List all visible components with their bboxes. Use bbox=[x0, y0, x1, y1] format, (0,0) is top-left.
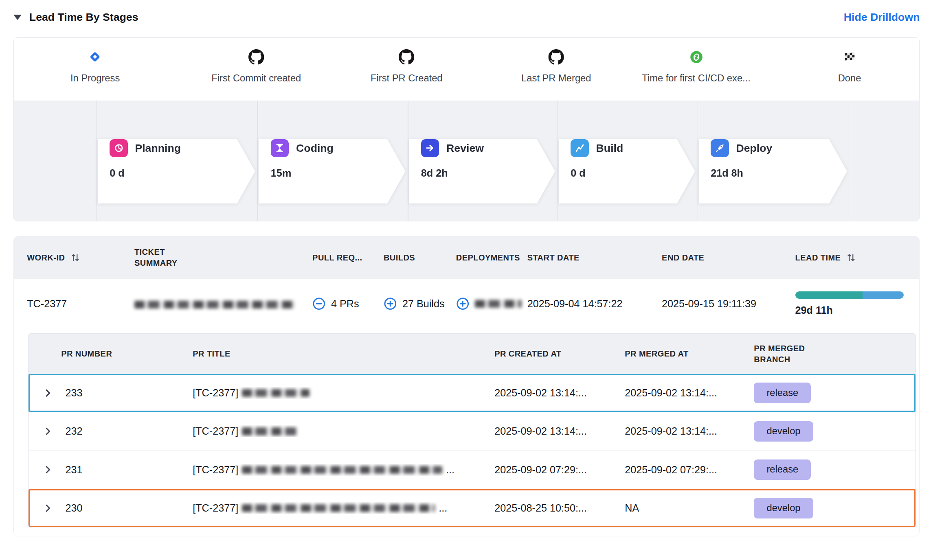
column-header-pull-requests: PULL REQ... bbox=[312, 253, 384, 262]
column-header-pr-created: PR CREATED AT bbox=[494, 349, 625, 359]
stage-planning: Planning 0 d bbox=[98, 127, 255, 192]
pr-merged-at: 2025-09-02 13:14:... bbox=[625, 425, 754, 437]
pr-title-prefix: [TC-2377] bbox=[193, 464, 238, 476]
milestone-divider bbox=[408, 101, 408, 221]
collapse-circle-minus-icon[interactable] bbox=[312, 297, 326, 311]
milestone-last-pr-merged: Last PR Merged bbox=[521, 49, 591, 84]
checkered-flag-icon bbox=[843, 49, 856, 66]
pr-merged-at: 2025-09-02 07:29:... bbox=[625, 464, 754, 476]
milestone-row: In Progress First Commit created First P… bbox=[14, 38, 920, 101]
branch-badge: develop bbox=[754, 498, 813, 518]
milestone-done: Done bbox=[838, 49, 861, 84]
stage-deploy: Deploy 21d 8h bbox=[699, 127, 847, 192]
branch-badge: release bbox=[754, 459, 811, 480]
stage-duration: 8d 2h bbox=[421, 167, 555, 179]
pr-title: [TC-2377] ... bbox=[193, 464, 494, 476]
stage-duration: 15m bbox=[271, 167, 405, 179]
builds-count: 27 Builds bbox=[402, 298, 445, 310]
builds-cell[interactable]: 27 Builds bbox=[384, 297, 456, 311]
build-icon bbox=[571, 139, 588, 157]
pr-row-230[interactable]: 230 [TC-2377] ... 2025-08-25 10:50:... N… bbox=[29, 489, 915, 527]
stage-name: Build bbox=[596, 142, 623, 155]
pr-branch-cell: release bbox=[754, 459, 915, 480]
sort-icon bbox=[846, 253, 856, 262]
column-header-ticket-summary: TICKET SUMMARY bbox=[134, 247, 312, 269]
milestone-first-pr: First PR Created bbox=[371, 49, 443, 84]
pr-title-prefix: [TC-2377] bbox=[193, 502, 238, 514]
pr-title-suffix: ... bbox=[446, 464, 454, 476]
pr-title-prefix: [TC-2377] bbox=[193, 425, 238, 437]
column-label: WORK-ID bbox=[27, 253, 65, 262]
deployments-count-redacted bbox=[475, 300, 522, 308]
expand-circle-plus-icon[interactable] bbox=[456, 297, 470, 311]
pull-requests-table: PR NUMBER PR TITLE PR CREATED AT PR MERG… bbox=[28, 333, 915, 527]
pr-created-at: 2025-09-02 07:29:... bbox=[494, 464, 625, 476]
pr-merged-at: 2025-09-02 13:14:... bbox=[625, 387, 754, 399]
page-title: Lead Time By Stages bbox=[29, 11, 138, 24]
deploy-icon bbox=[711, 139, 729, 157]
lead-time-drilldown-page: Lead Time By Stages Hide Drilldown In Pr… bbox=[0, 0, 933, 549]
column-header-start-date: START DATE bbox=[527, 253, 662, 262]
pr-title: [TC-2377] bbox=[193, 425, 494, 437]
column-header-work-id[interactable]: WORK-ID bbox=[27, 253, 134, 262]
column-label: LEAD TIME bbox=[795, 253, 841, 262]
branch-badge: release bbox=[754, 383, 811, 403]
expand-chevron-icon[interactable] bbox=[43, 503, 61, 513]
stage-build: Build 0 d bbox=[559, 127, 695, 192]
stage-name: Review bbox=[446, 142, 484, 155]
expand-chevron-icon[interactable] bbox=[43, 427, 61, 436]
milestone-divider bbox=[257, 101, 258, 221]
stage-duration: 21d 8h bbox=[711, 167, 847, 179]
pr-number: 232 bbox=[61, 425, 193, 437]
milestone-label: In Progress bbox=[70, 73, 120, 84]
end-date: 2025-09-15 19:11:39 bbox=[662, 298, 795, 310]
expand-chevron-icon[interactable] bbox=[43, 465, 61, 475]
pr-title-redacted bbox=[242, 389, 310, 397]
work-table-header: WORK-ID TICKET SUMMARY PULL REQ... BUILD… bbox=[14, 236, 920, 279]
pr-title-prefix: [TC-2377] bbox=[193, 387, 238, 399]
milestone-first-commit: First Commit created bbox=[211, 49, 301, 84]
pr-table-header: PR NUMBER PR TITLE PR CREATED AT PR MERG… bbox=[29, 334, 915, 374]
sort-icon bbox=[70, 253, 80, 262]
column-header-builds: BUILDS bbox=[384, 253, 456, 262]
stage-name: Coding bbox=[296, 142, 334, 155]
column-header-pr-number: PR NUMBER bbox=[61, 349, 193, 359]
pr-title-redacted bbox=[242, 427, 297, 435]
milestone-divider bbox=[558, 101, 558, 221]
cicd-icon bbox=[689, 49, 703, 66]
milestone-divider bbox=[97, 101, 97, 221]
lead-time-cell: 29d 11h bbox=[795, 291, 920, 316]
expand-chevron-icon[interactable] bbox=[43, 388, 61, 398]
in-progress-icon bbox=[89, 49, 101, 66]
stage-name: Planning bbox=[135, 142, 181, 155]
pr-row-231[interactable]: 231 [TC-2377] ... 2025-09-02 07:29:... 2… bbox=[29, 451, 915, 489]
pr-title-redacted bbox=[242, 504, 435, 512]
expand-circle-plus-icon[interactable] bbox=[384, 297, 397, 311]
planning-icon bbox=[110, 139, 127, 157]
deployments-cell[interactable] bbox=[456, 297, 527, 311]
column-header-end-date: END DATE bbox=[662, 253, 795, 262]
pr-branch-cell: develop bbox=[754, 498, 915, 518]
pr-row-233[interactable]: 233 [TC-2377] 2025-09-02 13:14:... 2025-… bbox=[29, 374, 915, 412]
review-icon bbox=[421, 139, 439, 157]
pull-requests-cell[interactable]: 4 PRs bbox=[312, 297, 384, 311]
column-header-pr-merged: PR MERGED AT bbox=[625, 349, 754, 359]
milestone-cicd: Time for first CI/CD exe... bbox=[642, 49, 750, 84]
stage-coding: Coding 15m bbox=[259, 127, 405, 192]
pr-row-232[interactable]: 232 [TC-2377] 2025-09-02 13:14:... 2025-… bbox=[29, 412, 915, 451]
coding-icon bbox=[271, 139, 289, 157]
stage-band: Planning 0 d Coding 15m bbox=[14, 101, 920, 221]
lead-time-stage-panel: In Progress First Commit created First P… bbox=[13, 37, 920, 221]
pr-created-at: 2025-09-02 13:14:... bbox=[494, 425, 625, 437]
pr-number: 233 bbox=[61, 387, 193, 399]
hide-drilldown-link[interactable]: Hide Drilldown bbox=[844, 11, 920, 24]
ticket-summary-redacted bbox=[134, 298, 312, 310]
milestone-divider bbox=[851, 101, 851, 221]
column-header-lead-time[interactable]: LEAD TIME bbox=[795, 253, 920, 262]
pr-created-at: 2025-09-02 13:14:... bbox=[494, 387, 625, 399]
pull-requests-count: 4 PRs bbox=[331, 298, 359, 310]
milestone-label: First PR Created bbox=[371, 73, 443, 84]
collapse-caret-icon[interactable] bbox=[13, 15, 22, 20]
pr-number: 231 bbox=[61, 464, 193, 476]
github-icon bbox=[549, 49, 564, 66]
